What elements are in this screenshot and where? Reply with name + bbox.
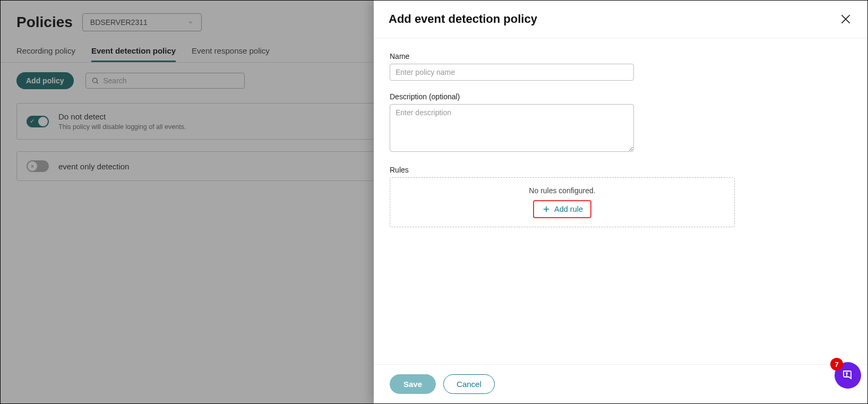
svg-point-6 bbox=[846, 373, 847, 374]
description-label: Description (optional) bbox=[390, 92, 852, 101]
plus-icon bbox=[542, 204, 551, 214]
add-rule-highlight: Add rule bbox=[533, 200, 591, 218]
add-rule-label: Add rule bbox=[554, 205, 583, 213]
rules-label: Rules bbox=[390, 166, 852, 174]
save-button[interactable]: Save bbox=[390, 374, 436, 394]
policy-description-input[interactable] bbox=[390, 104, 634, 152]
rules-box: No rules configured. Add rule bbox=[390, 177, 735, 227]
name-label: Name bbox=[390, 52, 852, 61]
close-icon[interactable] bbox=[839, 12, 853, 26]
add-rule-button[interactable]: Add rule bbox=[536, 202, 588, 216]
help-launcher[interactable]: 7 bbox=[835, 362, 861, 389]
add-policy-drawer: Add event detection policy Name Descript… bbox=[374, 1, 867, 403]
cancel-button[interactable]: Cancel bbox=[443, 374, 495, 394]
drawer-title: Add event detection policy bbox=[389, 12, 537, 26]
policy-name-input[interactable] bbox=[390, 64, 634, 81]
rules-empty-text: No rules configured. bbox=[529, 186, 595, 195]
notification-badge: 7 bbox=[830, 358, 843, 371]
